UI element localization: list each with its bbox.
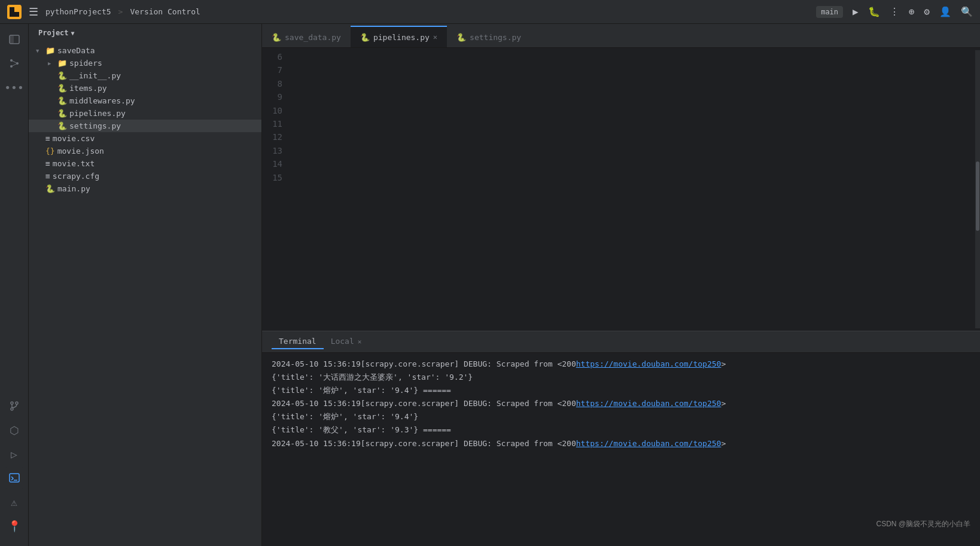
svg-rect-2 (14, 12, 19, 17)
svg-rect-14 (10, 474, 19, 482)
line-number-11: 11 (262, 117, 282, 130)
line-number-7: 7 (262, 63, 282, 77)
svg-rect-4 (10, 35, 14, 44)
terminal-area: TerminalLocal✕ 2024-05-10 15:36:19 [scra… (262, 331, 980, 546)
terminal-tab-terminal[interactable]: Terminal (272, 334, 324, 349)
search-icon[interactable]: 🔍 (961, 6, 973, 17)
tab-py-icon: 🐍 (456, 33, 466, 42)
terminal-link[interactable]: https://movie.douban.com/top250 (576, 358, 722, 371)
code-line-11 (292, 117, 966, 130)
chevron-down-icon: ▼ (71, 30, 75, 36)
top-bar: ☰ pythonProject5 > Version Control main … (0, 0, 980, 24)
terminal-tab-close[interactable]: ✕ (358, 338, 362, 346)
project-label: Project (38, 29, 69, 37)
git-icon[interactable] (4, 395, 25, 417)
tree-item-spiders[interactable]: ▶📁spiders (29, 57, 261, 69)
code-line-14 (292, 157, 966, 170)
tab-py-icon: 🐍 (272, 33, 281, 42)
terminal-line-2: {'title': '熔炉', 'star': '9.4'} ====== (272, 384, 970, 397)
sidebar-project-icon[interactable] (4, 29, 25, 50)
svg-rect-1 (10, 7, 14, 17)
watermark: CSDN @脑袋不灵光的小白羊 (876, 519, 970, 529)
terminal-line-1: {'title': '大话西游之大圣婆亲', 'star': '9.2'} (272, 371, 970, 384)
tab-py-icon: 🐍 (360, 33, 370, 42)
code-line-12 (292, 130, 966, 144)
terminal-tabs: TerminalLocal✕ (262, 331, 980, 353)
code-line-6 (292, 50, 966, 63)
code-lines[interactable] (292, 50, 975, 328)
hamburger-menu-icon[interactable]: ☰ (29, 5, 38, 18)
code-line-10 (292, 104, 966, 117)
tree-item-__init__-py[interactable]: 🐍__init__.py (29, 69, 261, 82)
scrollbar-thumb[interactable] (976, 161, 979, 231)
line-number-14: 14 (262, 157, 282, 170)
tree-item-movie-txt[interactable]: ≡movie.txt (29, 157, 261, 170)
project-name-label[interactable]: pythonProject5 (45, 7, 111, 16)
svg-point-11 (16, 402, 18, 404)
editor-scrollbar[interactable] (975, 50, 980, 328)
code-line-13 (292, 144, 966, 157)
terminal-link[interactable]: https://movie.douban.com/top250 (576, 437, 722, 450)
settings-icon[interactable]: ⚙ (924, 6, 930, 17)
sidebar-project-header[interactable]: Project ▼ (29, 24, 261, 42)
tab-save_data-py[interactable]: 🐍save_data.py (262, 26, 351, 47)
line-number-13: 13 (262, 144, 282, 157)
tree-item-items-py[interactable]: 🐍items.py (29, 82, 261, 94)
code-line-15 (292, 171, 966, 184)
line-number-10: 10 (262, 104, 282, 117)
app-logo (7, 5, 22, 19)
tab-bar: 🐍save_data.py🐍pipelines.py✕🐍settings.py (262, 24, 980, 48)
tree-item-movie-json[interactable]: {}movie.json (29, 145, 261, 157)
terminal-line-4: {'title': '熔炉', 'star': '9.4'} (272, 410, 970, 423)
code-line-8 (292, 77, 966, 90)
sidebar-structure-icon[interactable] (4, 53, 25, 74)
avatar-icon[interactable]: 👤 (939, 6, 951, 17)
terminal-content[interactable]: 2024-05-10 15:36:19 [scrapy.core.scraper… (262, 353, 980, 546)
editor-area: 🐍save_data.py🐍pipelines.py✕🐍settings.py … (262, 24, 980, 546)
tab-label: pipelines.py (373, 33, 430, 42)
line-number-15: 15 (262, 171, 282, 184)
tree-item-saveData[interactable]: ▼📁saveData (29, 44, 261, 57)
svg-point-10 (11, 402, 13, 404)
run-configurations-icon[interactable]: ▷ (4, 443, 25, 465)
line-number-12: 12 (262, 130, 282, 144)
tab-label: settings.py (470, 33, 521, 42)
tab-settings-py[interactable]: 🐍settings.py (447, 26, 531, 47)
terminal-line-5: {'title': '教父', 'star': '9.3'} ====== (272, 423, 970, 437)
tree-item-settings-py[interactable]: 🐍settings.py (29, 120, 261, 132)
line-number-9: 9 (262, 90, 282, 103)
svg-line-9 (11, 63, 17, 66)
code-editor: 6789101112131415 (262, 48, 980, 331)
debug-button[interactable]: 🐛 (868, 6, 880, 17)
terminal-link[interactable]: https://movie.douban.com/top250 (576, 397, 722, 410)
sidebar-more-icon[interactable]: ••• (4, 77, 25, 98)
run-button[interactable]: ▶ (853, 6, 859, 17)
plugins-icon[interactable]: ⬡ (4, 419, 25, 441)
terminal-sidebar-icon[interactable] (4, 467, 25, 489)
tab-pipelines-py[interactable]: 🐍pipelines.py✕ (351, 26, 447, 47)
code-content: 6789101112131415 (262, 48, 980, 331)
problems-icon[interactable]: ⚠ (4, 491, 25, 513)
code-line-9 (292, 90, 966, 103)
svg-line-8 (11, 60, 17, 63)
bookmarks-icon[interactable]: 📍 (4, 515, 25, 536)
more-actions-icon[interactable]: ⋮ (890, 6, 899, 17)
tab-close-button[interactable]: ✕ (433, 33, 437, 41)
terminal-line-0: 2024-05-10 15:36:19 [scrapy.core.scraper… (272, 358, 970, 371)
separator-icon: > (118, 7, 123, 16)
tree-item-middlewares-py[interactable]: 🐍middlewares.py (29, 94, 261, 107)
svg-point-12 (11, 408, 13, 410)
tree-item-scrapy-cfg[interactable]: ≡scrapy.cfg (29, 170, 261, 182)
add-profile-icon[interactable]: ⊕ (909, 6, 915, 17)
tree-item-main-py[interactable]: 🐍main.py (29, 182, 261, 195)
sidebar: Project ▼ ▼📁saveData▶📁spiders🐍__init__.p… (29, 24, 262, 546)
version-control-label[interactable]: Version Control (130, 7, 200, 16)
terminal-tab-local[interactable]: Local✕ (324, 334, 369, 349)
tree-item-pipelines-py[interactable]: 🐍pipelines.py (29, 107, 261, 120)
git-branch-button[interactable]: main (816, 6, 843, 18)
tab-label: save_data.py (285, 33, 341, 42)
code-line-7 (292, 63, 966, 77)
tree-item-movie-csv[interactable]: ≡movie.csv (29, 132, 261, 145)
main-layout: ••• ⬡ ▷ ⚠ 📍 (0, 24, 980, 546)
sidebar-tree: ▼📁saveData▶📁spiders🐍__init__.py🐍items.py… (29, 42, 261, 546)
